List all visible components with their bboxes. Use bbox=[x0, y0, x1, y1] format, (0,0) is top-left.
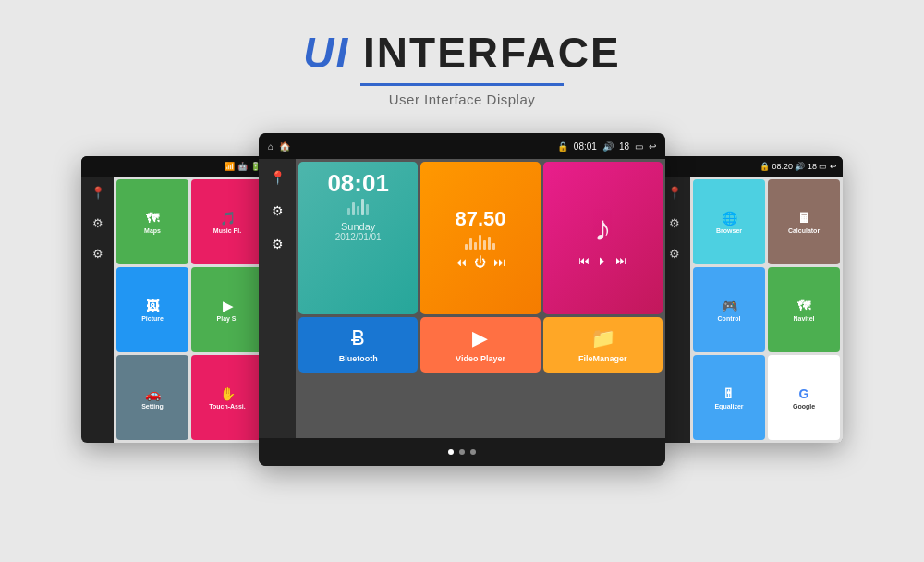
app-tile-equalizer[interactable]: 🎚 Equalizer bbox=[693, 355, 765, 440]
nav-settings-icon[interactable]: ⚙ bbox=[92, 216, 103, 230]
music-tile[interactable]: ♪ ⏮ ⏵ ⏭ bbox=[543, 162, 663, 314]
radio-tile[interactable]: 87.50 ⏮ ⏻ ⏭ bbox=[420, 162, 540, 314]
google-label: Google bbox=[793, 403, 815, 409]
calculator-icon: 🖩 bbox=[797, 211, 810, 226]
clock-date: 2012/01/01 bbox=[335, 232, 382, 242]
maps-icon: 🗺 bbox=[146, 211, 159, 226]
screen-icon: ▭ bbox=[635, 141, 643, 152]
music-next-icon[interactable]: ⏭ bbox=[615, 254, 626, 267]
center-location-icon[interactable]: 📍 bbox=[270, 170, 286, 185]
center-sliders-icon[interactable]: ⚙ bbox=[272, 203, 284, 218]
dot-2 bbox=[459, 449, 465, 455]
home2-icon: 🏠 bbox=[279, 141, 290, 152]
video-tile[interactable]: ▶ Video Player bbox=[420, 317, 540, 373]
app-tile-navitel[interactable]: 🗺 Navitel bbox=[768, 267, 840, 352]
control-label: Control bbox=[718, 315, 741, 322]
center-sidebar: 📍 ⚙ ⚙ bbox=[259, 159, 296, 438]
main-title: UI INTERFACE bbox=[303, 28, 620, 78]
maps-label: Maps bbox=[144, 227, 161, 234]
center-status-bar: ⌂ 🏠 🔒 08:01 🔊 18 ▭ ↩ bbox=[259, 133, 665, 159]
right-nav-gear-icon[interactable]: ⚙ bbox=[669, 247, 680, 261]
radio-power-icon[interactable]: ⏻ bbox=[474, 255, 486, 269]
right-status-bar: 🔒 08:20 🔊 18 ▭ ↩ bbox=[658, 156, 843, 177]
music-icon: 🎵 bbox=[220, 211, 236, 226]
bluetooth-label: Bluetooth bbox=[339, 354, 378, 363]
title-interface: INTERFACE bbox=[349, 29, 620, 77]
center-time: 08:01 bbox=[574, 141, 597, 152]
center-screen: ⌂ 🏠 🔒 08:01 🔊 18 ▭ ↩ 📍 ⚙ ⚙ 08:01 bbox=[259, 133, 665, 466]
play-label: Play S. bbox=[217, 315, 238, 322]
radio-controls[interactable]: ⏮ ⏻ ⏭ bbox=[455, 255, 505, 269]
app-tile-maps[interactable]: 🗺 Maps bbox=[116, 179, 188, 264]
app-tile-music[interactable]: 🎵 Music Pl. bbox=[191, 179, 263, 264]
app-tile-setting[interactable]: 🚗 Setting bbox=[116, 355, 188, 440]
music-prev-icon[interactable]: ⏮ bbox=[578, 254, 590, 267]
right-screen: 🔒 08:20 🔊 18 ▭ ↩ 📍 ⚙ ⚙ 🌐 Browser 🖩 Calcu… bbox=[658, 156, 843, 443]
bluetooth-tile[interactable]: Ƀ Bluetooth bbox=[298, 317, 418, 373]
music-note-icon: ♪ bbox=[594, 209, 612, 249]
app-tile-calculator[interactable]: 🖩 Calculator bbox=[768, 179, 840, 264]
clock-time: 08:01 bbox=[327, 171, 389, 195]
clock-tile[interactable]: 08:01 Sunday 2012/01/01 bbox=[298, 162, 418, 314]
page-header: UI INTERFACE User Interface Display bbox=[303, 28, 620, 107]
center-status-left: ⌂ 🏠 bbox=[268, 141, 290, 152]
app-tile-picture[interactable]: 🖼 Picture bbox=[116, 267, 188, 352]
navitel-icon: 🗺 bbox=[797, 299, 810, 313]
control-icon: 🎮 bbox=[722, 299, 737, 313]
left-status-bar: 📶 🤖 🔋 bbox=[81, 156, 266, 177]
center-main-grid: 08:01 Sunday 2012/01/01 87.50 bbox=[296, 159, 665, 438]
right-screen-content: 📍 ⚙ ⚙ 🌐 Browser 🖩 Calculator 🎮 Control bbox=[658, 177, 843, 443]
nav-gear2-icon[interactable]: ⚙ bbox=[92, 247, 103, 261]
app-tile-browser[interactable]: 🌐 Browser bbox=[693, 179, 765, 264]
music-play-icon[interactable]: ⏵ bbox=[597, 254, 608, 267]
files-icon: 📁 bbox=[590, 326, 615, 350]
touch-icon: ✋ bbox=[220, 386, 236, 401]
clock-day: Sunday bbox=[341, 221, 375, 232]
header-subtitle: User Interface Display bbox=[303, 92, 620, 107]
nav-location-icon[interactable]: 📍 bbox=[91, 186, 105, 200]
left-status-icons: 📶 🤖 bbox=[225, 162, 248, 171]
center-body: 📍 ⚙ ⚙ 08:01 Sunday 2012/01/01 bbox=[259, 159, 665, 438]
google-icon: G bbox=[799, 386, 809, 401]
video-icon: ▶ bbox=[472, 326, 488, 350]
equalizer-icon: 🎚 bbox=[723, 386, 736, 401]
setting-icon: 🚗 bbox=[145, 386, 161, 401]
touch-label: Touch-Assi. bbox=[209, 403, 246, 409]
files-tile[interactable]: 📁 FileManager bbox=[543, 317, 663, 373]
music-controls[interactable]: ⏮ ⏵ ⏭ bbox=[578, 254, 626, 267]
radio-prev-icon[interactable]: ⏮ bbox=[455, 255, 467, 269]
app-tile-touch[interactable]: ✋ Touch-Assi. bbox=[191, 355, 263, 440]
left-app-grid: 🗺 Maps 🎵 Music Pl. 🖼 Picture ▶ Play S. 🚗 bbox=[114, 177, 266, 443]
equalizer-label: Equalizer bbox=[714, 403, 743, 409]
left-nav: 📍 ⚙ ⚙ bbox=[81, 177, 114, 443]
screens-container: 📶 🤖 🔋 📍 ⚙ ⚙ 🗺 Maps 🎵 Music Pl. 🖼 bbox=[81, 133, 843, 466]
right-nav-settings-icon[interactable]: ⚙ bbox=[669, 216, 680, 230]
radio-waves bbox=[465, 235, 495, 250]
title-ui: UI bbox=[303, 29, 349, 77]
center-bottom-bar bbox=[259, 438, 665, 466]
speaker-icon: 🔊 bbox=[602, 141, 614, 152]
app-tile-google[interactable]: G Google bbox=[768, 355, 840, 440]
picture-label: Picture bbox=[141, 315, 164, 322]
left-screen: 📶 🤖 🔋 📍 ⚙ ⚙ 🗺 Maps 🎵 Music Pl. 🖼 bbox=[81, 156, 266, 443]
center-status-right: 🔒 08:01 🔊 18 ▭ ↩ bbox=[557, 141, 656, 152]
right-app-grid: 🌐 Browser 🖩 Calculator 🎮 Control 🗺 Navit… bbox=[690, 177, 843, 443]
app-tile-play[interactable]: ▶ Play S. bbox=[191, 267, 263, 352]
home-icon: ⌂ bbox=[268, 141, 274, 152]
signal-count: 18 bbox=[619, 141, 629, 152]
video-label: Video Player bbox=[456, 354, 505, 363]
navitel-label: Navitel bbox=[794, 315, 815, 322]
calculator-label: Calculator bbox=[788, 227, 820, 234]
browser-label: Browser bbox=[716, 227, 742, 234]
right-nav-location-icon[interactable]: 📍 bbox=[667, 186, 682, 200]
app-tile-control[interactable]: 🎮 Control bbox=[693, 267, 765, 352]
music-label: Music Pl. bbox=[213, 227, 241, 234]
setting-label: Setting bbox=[141, 403, 164, 409]
bluetooth-icon: Ƀ bbox=[351, 326, 365, 350]
dot-1 bbox=[448, 449, 454, 455]
browser-icon: 🌐 bbox=[722, 211, 737, 226]
radio-next-icon[interactable]: ⏭ bbox=[493, 255, 505, 269]
play-icon: ▶ bbox=[223, 299, 233, 313]
picture-icon: 🖼 bbox=[146, 299, 159, 313]
center-settings-icon[interactable]: ⚙ bbox=[272, 237, 284, 251]
